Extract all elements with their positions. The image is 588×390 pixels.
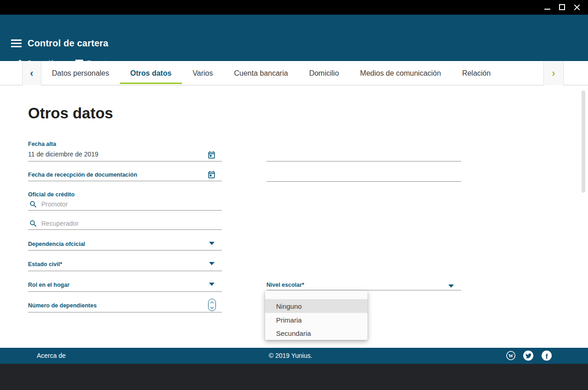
tab-relacion[interactable]: Relación bbox=[452, 61, 501, 85]
promotor-search-input[interactable] bbox=[41, 201, 198, 208]
nivel-escolar-dropdown: Ninguno Primaria Secundaria bbox=[265, 290, 368, 340]
wordpress-icon[interactable]: W bbox=[506, 351, 516, 361]
calendar-icon[interactable] bbox=[207, 170, 216, 181]
caret-up-icon bbox=[210, 301, 214, 304]
minimize-icon[interactable] bbox=[544, 9, 550, 10]
search-icon bbox=[29, 200, 38, 211]
tabs-next-button[interactable]: › bbox=[543, 61, 564, 85]
app-header: Control de cartera Operación Reportes bbox=[0, 15, 588, 61]
fecha-alta-input[interactable] bbox=[28, 150, 198, 158]
dropdown-option-secundaria[interactable]: Secundaria bbox=[265, 327, 368, 340]
dropdown-option-ninguno[interactable]: Ninguno bbox=[265, 299, 368, 313]
scrollbar-thumb[interactable] bbox=[582, 90, 585, 193]
estado-civil-label: Estado civil* bbox=[28, 261, 62, 267]
page-footer: Acerca de © 2019 Yunius. W f bbox=[0, 348, 588, 364]
field-underline bbox=[28, 161, 222, 162]
extra-field-2[interactable] bbox=[266, 171, 450, 178]
tab-cuenta-bancaria[interactable]: Cuenta bancaria bbox=[223, 61, 298, 85]
nivel-escolar-label: Nivel escolar* bbox=[266, 282, 304, 288]
number-stepper[interactable] bbox=[208, 299, 216, 311]
form-content: Otros datos Fecha alta Fecha de rececpci… bbox=[0, 85, 588, 348]
tab-datos-personales[interactable]: Datos personales bbox=[41, 61, 120, 85]
recuperador-search-input[interactable] bbox=[41, 220, 198, 227]
chevron-right-icon: › bbox=[552, 67, 555, 79]
caret-down-icon bbox=[210, 305, 214, 308]
field-underline bbox=[266, 181, 461, 182]
page-title: Otros datos bbox=[28, 105, 113, 122]
tab-medios-comunicacion[interactable]: Medios de comunicación bbox=[350, 61, 452, 85]
copyright-text: © 2019 Yunius. bbox=[269, 352, 312, 359]
fecha-recepcion-label: Fecha de rececpción de documentación bbox=[28, 172, 137, 178]
fecha-alta-label: Fecha alta bbox=[28, 141, 56, 147]
dropdown-arrow-icon[interactable] bbox=[209, 283, 215, 286]
search-icon bbox=[29, 219, 38, 230]
extra-field-1[interactable] bbox=[266, 150, 450, 158]
app-title: Control de cartera bbox=[28, 38, 108, 49]
dependencia-oficial-select[interactable] bbox=[28, 250, 222, 251]
dropdown-arrow-icon[interactable] bbox=[209, 262, 215, 265]
tab-varios[interactable]: Varios bbox=[182, 61, 223, 85]
field-underline bbox=[28, 181, 222, 181]
dropdown-option-primaria[interactable]: Primaria bbox=[265, 313, 368, 327]
numero-dependientes-label: Número de dependientes bbox=[28, 302, 96, 309]
menu-icon[interactable] bbox=[11, 39, 22, 47]
estado-civil-select[interactable] bbox=[28, 271, 222, 271]
chevron-left-icon: ‹ bbox=[30, 67, 33, 79]
calendar-icon[interactable] bbox=[207, 150, 216, 161]
section-tabbar: ‹ Datos personales Otros datos Varios Cu… bbox=[0, 61, 588, 85]
dropdown-option-blank[interactable] bbox=[265, 290, 368, 299]
tabs-prev-button[interactable]: ‹ bbox=[22, 61, 41, 85]
taskbar: G 12:32 PM bbox=[0, 364, 588, 390]
facebook-icon[interactable]: f bbox=[542, 351, 552, 361]
screen: Control de cartera Operación Reportes ‹ … bbox=[0, 0, 588, 390]
maximize-icon[interactable] bbox=[559, 4, 565, 10]
tab-domicilio[interactable]: Domicilio bbox=[299, 61, 350, 85]
tabs-strip: Datos personales Otros datos Varios Cuen… bbox=[41, 61, 543, 85]
dropdown-arrow-icon[interactable] bbox=[209, 242, 215, 245]
rol-hogar-label: Rol en el hogar bbox=[28, 282, 69, 288]
oficial-credito-label: Oficial de crédito bbox=[28, 191, 74, 198]
twitter-icon[interactable] bbox=[523, 351, 533, 361]
field-underline bbox=[28, 229, 222, 230]
field-underline bbox=[266, 161, 461, 162]
field-underline bbox=[28, 210, 222, 211]
tab-otros-datos[interactable]: Otros datos bbox=[120, 61, 182, 85]
rol-hogar-select[interactable] bbox=[28, 291, 222, 292]
close-icon[interactable] bbox=[573, 4, 581, 11]
window-titlebar bbox=[0, 0, 588, 15]
field-underline bbox=[28, 312, 222, 312]
about-link[interactable]: Acerca de bbox=[37, 352, 66, 359]
dropdown-arrow-icon[interactable] bbox=[448, 284, 454, 288]
svg-text:W: W bbox=[509, 353, 514, 358]
dependencia-oficial-label: Dependencia ofcicial bbox=[28, 241, 85, 247]
